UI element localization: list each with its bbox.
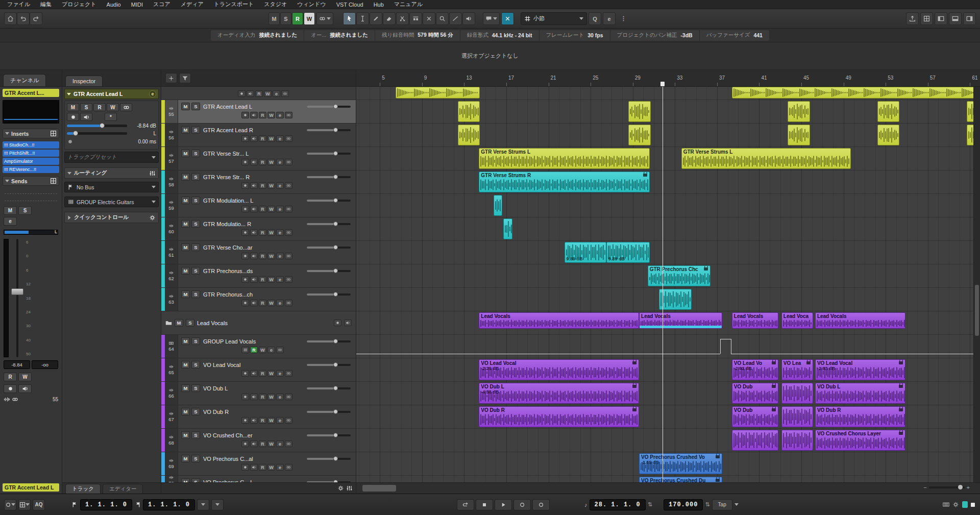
record-arm-button[interactable]: [67, 113, 79, 121]
clip-vo-prechorus-crushed-vo[interactable]: VO Prechorus Crushed Vo-1.65 dB: [639, 453, 722, 474]
record-arm-button[interactable]: [241, 206, 249, 212]
track-row-70[interactable]: 70MSVO Prechorus C... LRWe: [161, 476, 356, 482]
cycle-button[interactable]: [457, 499, 474, 510]
mute-button[interactable]: M: [181, 361, 190, 369]
clip-vo-dub-r[interactable]: VO Dub R: [815, 406, 906, 427]
link-button[interactable]: [285, 394, 292, 400]
read-button[interactable]: R: [259, 182, 266, 189]
menu-item-Hub[interactable]: Hub: [369, 2, 389, 8]
write-button[interactable]: W: [267, 370, 275, 377]
solo-button[interactable]: S: [191, 103, 200, 110]
edit-button[interactable]: e: [276, 300, 284, 306]
write-button[interactable]: W: [267, 206, 275, 212]
group-icon-button[interactable]: [241, 347, 249, 353]
mute-button[interactable]: M: [181, 431, 190, 439]
inspector-listen-button[interactable]: [120, 103, 132, 111]
playhead-marker[interactable]: [660, 82, 665, 86]
status-segment[interactable]: プロジェクトのパン補正-3dB: [610, 30, 700, 41]
monitor-button[interactable]: [344, 320, 352, 326]
insert-slot[interactable]: !!! StudioCh...!!: [3, 141, 59, 149]
click-settings-button[interactable]: [18, 499, 31, 510]
window-right-button[interactable]: [963, 12, 976, 25]
read-button[interactable]: R: [259, 253, 266, 259]
channel-read-button[interactable]: R: [4, 373, 17, 381]
clip[interactable]: [788, 101, 810, 122]
punch-in-button[interactable]: [197, 499, 209, 510]
track-name[interactable]: GTR Accent Lead L: [203, 104, 303, 110]
mute-button[interactable]: M: [181, 384, 190, 392]
track-name[interactable]: VO Dub L: [203, 385, 303, 391]
record-arm-button[interactable]: [241, 370, 249, 377]
edit-button[interactable]: e: [276, 370, 284, 377]
track-volume-slider[interactable]: [307, 153, 351, 155]
link-button[interactable]: [285, 464, 292, 471]
record-arm-button[interactable]: [241, 464, 249, 471]
link-button[interactable]: [285, 182, 292, 189]
channel-mute-button[interactable]: M: [4, 206, 17, 215]
monitor-button[interactable]: [250, 300, 258, 306]
solo-button[interactable]: S: [191, 126, 200, 134]
solo-button[interactable]: S: [191, 337, 200, 345]
mute-button[interactable]: M: [181, 337, 190, 345]
track-volume-slider[interactable]: [307, 340, 351, 342]
track-row-55[interactable]: 55MSGTR Accent Lead LRWe: [161, 100, 356, 124]
input-bus-select[interactable]: No Bus: [64, 182, 159, 192]
mute-button[interactable]: M: [181, 150, 190, 157]
snap-grid-select[interactable]: 小節: [521, 12, 587, 25]
left-locator-display[interactable]: 1. 1. 1. 0: [80, 499, 132, 510]
record-arm-button[interactable]: [241, 417, 249, 424]
fader-cap[interactable]: [11, 288, 23, 295]
track-name[interactable]: GTR Modulation... L: [203, 198, 303, 204]
track-name[interactable]: VO Lead Vocal: [203, 362, 303, 368]
delay-value[interactable]: 0.00 ms: [76, 139, 156, 144]
track-row-65[interactable]: 65MSVO Lead VocalRWe: [161, 358, 356, 382]
automation-r-button[interactable]: R: [292, 12, 303, 25]
edit-button[interactable]: e: [276, 417, 284, 424]
read-button[interactable]: R: [259, 417, 266, 424]
bottom-tab-トラック[interactable]: トラック: [65, 484, 101, 494]
monitor-button[interactable]: [250, 276, 258, 283]
track-row-60[interactable]: 60MSGTR Modulatio... RRWe: [161, 217, 356, 241]
tap-tempo-button[interactable]: Tap: [712, 499, 732, 510]
channel-monitor-button[interactable]: [18, 384, 32, 393]
record-modes-button[interactable]: [4, 499, 16, 510]
clip[interactable]: [781, 383, 813, 404]
record-arm-button[interactable]: [241, 135, 249, 142]
quick-controls-section-header[interactable]: クイックコントロール: [64, 212, 159, 223]
read-button[interactable]: R: [259, 206, 266, 212]
menu-item-スコア[interactable]: スコア: [148, 1, 176, 8]
edit-button[interactable]: e: [276, 464, 284, 471]
read-button[interactable]: R: [259, 135, 266, 142]
channel-peak-readout[interactable]: -oo: [32, 360, 58, 369]
link-button[interactable]: [285, 300, 292, 306]
link-button[interactable]: [285, 229, 292, 236]
stop-button[interactable]: [476, 499, 493, 510]
track-volume-slider[interactable]: [307, 481, 351, 483]
automation-line[interactable]: [731, 339, 731, 354]
record-arm-button[interactable]: [241, 253, 249, 259]
clip[interactable]: [781, 406, 813, 427]
clip[interactable]: [503, 218, 513, 239]
menu-item-ウィンドウ[interactable]: ウィンドウ: [292, 1, 331, 8]
tool-pencil-button[interactable]: [370, 12, 382, 25]
record-arm-button[interactable]: [241, 276, 249, 283]
volume-slider[interactable]: [67, 125, 127, 127]
track-name[interactable]: GTR Verse Cho...ar: [203, 244, 303, 251]
zoom-in-button[interactable]: +: [967, 484, 970, 491]
track-row-61[interactable]: 61MSGTR Verse Cho...arRWe: [161, 241, 356, 264]
status-segment[interactable]: バッファーサイズ441: [700, 30, 769, 41]
read-button[interactable]: R: [259, 394, 266, 400]
menu-item-VST Cloud[interactable]: VST Cloud: [331, 2, 369, 8]
channel-edit-button[interactable]: e: [4, 217, 17, 226]
edit-button[interactable]: e: [276, 182, 284, 189]
redo-button[interactable]: [30, 12, 42, 25]
track-name[interactable]: VO Dub R: [203, 409, 303, 415]
comment-button[interactable]: [483, 12, 500, 25]
inserts-section-header[interactable]: Inserts: [3, 129, 59, 138]
track-name[interactable]: GROUP Lead Vocals: [203, 338, 303, 345]
tool-mute-button[interactable]: [423, 12, 435, 25]
track-row-67[interactable]: 67MSVO Dub RRWe: [161, 405, 356, 429]
automation-line[interactable]: [720, 339, 731, 339]
record-arm-button[interactable]: [241, 182, 249, 189]
export-button[interactable]: [906, 12, 919, 25]
